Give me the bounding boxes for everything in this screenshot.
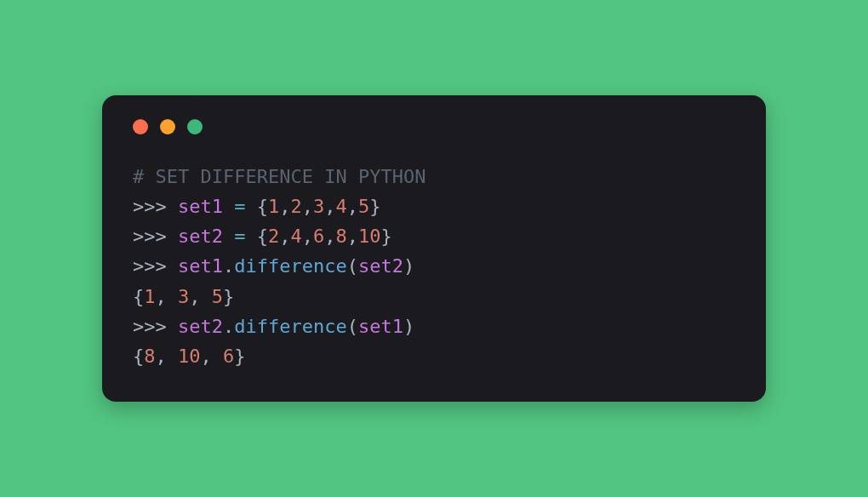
token-number: 8	[335, 226, 346, 247]
token-number: 6	[223, 346, 234, 367]
token-number: 1	[144, 286, 155, 307]
terminal-window: # SET DIFFERENCE IN PYTHON>>> set1 = {1,…	[102, 95, 766, 402]
token-brace: }	[234, 346, 245, 367]
token-comma: ,	[156, 346, 179, 367]
token-method: difference	[234, 316, 346, 337]
code-line: >>> set1 = {1,2,3,4,5}	[133, 191, 735, 221]
token-identifier: set2	[178, 316, 223, 337]
token-comma: ,	[324, 196, 335, 217]
token-prompt: >>>	[133, 226, 178, 247]
close-icon[interactable]	[133, 119, 148, 134]
token-comment: # SET DIFFERENCE IN PYTHON	[133, 166, 425, 187]
token-number: 6	[313, 226, 324, 247]
code-line: {1, 3, 5}	[133, 282, 735, 311]
token-prompt: >>>	[133, 255, 178, 277]
token-paren: (	[347, 316, 358, 337]
token-number: 3	[313, 196, 324, 217]
token-number: 2	[290, 196, 301, 217]
token-prompt	[223, 226, 234, 247]
code-line: >>> set2.difference(set1)	[133, 311, 735, 341]
token-paren: )	[403, 316, 414, 337]
token-prompt	[223, 196, 234, 217]
token-operator: =	[234, 226, 245, 247]
token-identifier: set1	[178, 255, 223, 277]
token-number: 4	[335, 196, 346, 217]
token-number: 5	[358, 196, 369, 217]
token-prompt: >>>	[133, 316, 178, 337]
token-identifier: set1	[358, 316, 403, 337]
code-line: >>> set2 = {2,4,6,8,10}	[133, 221, 735, 251]
token-comma: ,	[279, 196, 290, 217]
maximize-icon[interactable]	[187, 119, 203, 134]
token-number: 10	[178, 346, 201, 367]
token-dot: .	[223, 316, 234, 337]
token-brace: }	[380, 226, 391, 247]
token-prompt	[245, 196, 256, 217]
token-prompt: >>>	[133, 196, 178, 217]
token-comma: ,	[347, 226, 358, 247]
code-line: {8, 10, 6}	[133, 341, 735, 371]
token-comma: ,	[201, 346, 224, 367]
token-number: 8	[144, 346, 155, 367]
token-identifier: set2	[178, 226, 223, 247]
window-controls	[133, 119, 735, 134]
token-number: 3	[178, 286, 189, 307]
token-comma: ,	[324, 226, 335, 247]
token-method: difference	[234, 255, 346, 277]
token-comma: ,	[347, 196, 358, 217]
token-operator: =	[234, 196, 245, 217]
token-brace: }	[223, 286, 234, 307]
token-comma: ,	[302, 196, 313, 217]
token-identifier: set2	[358, 255, 403, 277]
token-brace: {	[257, 196, 268, 217]
token-comma: ,	[279, 226, 290, 247]
token-paren: (	[347, 255, 358, 277]
code-pane: # SET DIFFERENCE IN PYTHON>>> set1 = {1,…	[133, 162, 735, 371]
token-prompt	[245, 226, 256, 247]
token-number: 5	[212, 286, 223, 307]
token-brace: }	[369, 196, 380, 217]
code-line: >>> set1.difference(set2)	[133, 251, 735, 281]
token-number: 1	[268, 196, 279, 217]
token-number: 2	[268, 226, 279, 247]
token-paren: )	[403, 255, 414, 277]
token-number: 10	[358, 226, 381, 247]
token-comma: ,	[302, 226, 313, 247]
minimize-icon[interactable]	[160, 119, 175, 134]
token-brace: {	[133, 346, 144, 367]
token-dot: .	[223, 255, 234, 277]
code-line: # SET DIFFERENCE IN PYTHON	[133, 162, 735, 191]
token-comma: ,	[156, 286, 179, 307]
token-comma: ,	[189, 286, 212, 307]
token-identifier: set1	[178, 196, 223, 217]
token-brace: {	[133, 286, 144, 307]
token-number: 4	[290, 226, 301, 247]
token-brace: {	[257, 226, 268, 247]
